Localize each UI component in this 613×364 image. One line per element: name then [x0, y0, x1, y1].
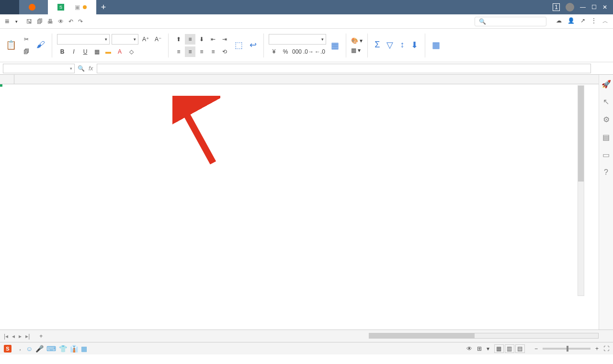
close-button[interactable]: ✕	[602, 4, 607, 11]
toolbox-icon[interactable]: ▭	[602, 150, 610, 159]
formula-input[interactable]	[97, 64, 591, 73]
undo-icon[interactable]: ↶	[68, 18, 73, 25]
clear-format-icon[interactable]: ◇	[126, 46, 136, 57]
grid-icon[interactable]: ⊞	[477, 345, 482, 352]
sheet-last-icon[interactable]: ▸|	[25, 333, 30, 340]
font-color-icon[interactable]: A	[114, 46, 125, 57]
indent-increase-icon[interactable]: ⇥	[219, 34, 230, 45]
window-count-badge[interactable]: 1	[553, 3, 560, 11]
copy-icon[interactable]: 🗐	[21, 46, 32, 57]
increase-decimal-icon[interactable]: .0→	[303, 46, 314, 57]
new-tab-button[interactable]: +	[96, 2, 111, 12]
merge-center-button[interactable]: ⬚	[233, 40, 245, 51]
align-bottom-icon[interactable]: ⬇	[196, 34, 207, 45]
file-menu[interactable]: ▾	[5, 17, 18, 26]
font-name-select[interactable]: ▾	[57, 34, 110, 45]
sheet-prev-icon[interactable]: ◂	[12, 333, 15, 340]
search-input[interactable]: 🔍	[475, 17, 546, 26]
template-icon[interactable]: ▤	[602, 133, 610, 142]
zoom-out-icon[interactable]: 🔍	[78, 65, 85, 72]
sort-button[interactable]: ↕	[398, 40, 406, 51]
zoom-out-button[interactable]: −	[534, 345, 538, 352]
ime-person-icon[interactable]: 👕	[59, 345, 67, 353]
zoom-slider[interactable]	[543, 348, 590, 350]
border-icon[interactable]: ▦	[91, 46, 102, 57]
print-icon[interactable]: 🖶	[47, 18, 53, 25]
italic-icon[interactable]: I	[68, 46, 79, 57]
align-left-icon[interactable]: ≡	[173, 46, 184, 57]
rocket-icon[interactable]: 🚀	[602, 80, 611, 89]
increase-font-icon[interactable]: A⁺	[140, 34, 151, 45]
tab-workbook[interactable]: S ▣	[48, 0, 96, 14]
cut-icon[interactable]: ✂	[21, 34, 32, 45]
add-sheet-button[interactable]: +	[35, 331, 46, 341]
sheet-next-icon[interactable]: ▸	[19, 333, 22, 340]
align-top-icon[interactable]: ⬆	[173, 34, 184, 45]
align-right-icon[interactable]: ≡	[196, 46, 207, 57]
sync-button[interactable]: ☁	[556, 17, 562, 25]
print-preview-icon[interactable]: 🗐	[37, 18, 43, 25]
share-button[interactable]: ↗	[580, 17, 585, 25]
ime-voice-icon[interactable]: 🎤	[35, 345, 44, 353]
number-format-select[interactable]: ▾	[269, 34, 326, 45]
horizontal-scrollbar[interactable]	[369, 333, 599, 339]
fx-icon[interactable]: fx	[89, 65, 93, 72]
align-justify-icon[interactable]: ≡	[208, 46, 218, 57]
cell-button[interactable]: ▦	[430, 40, 442, 51]
collab-button[interactable]: 👤	[568, 17, 575, 25]
wrap-text-button[interactable]: ↩	[248, 40, 259, 51]
percent-icon[interactable]: %	[280, 46, 291, 57]
indent-decrease-icon[interactable]: ⇤	[208, 34, 218, 45]
ime-tools-icon[interactable]: 👔	[70, 345, 78, 353]
view-break-icon[interactable]: ▤	[515, 344, 525, 353]
align-center-icon[interactable]: ≡	[185, 46, 195, 57]
paste-button[interactable]: 📋	[4, 40, 18, 51]
zoom-in-button[interactable]: +	[595, 345, 599, 352]
avatar[interactable]	[566, 3, 574, 11]
orientation-icon[interactable]: ⟲	[219, 46, 230, 57]
ime-emoji-icon[interactable]: ☺	[26, 345, 33, 353]
spreadsheet[interactable]	[0, 75, 599, 330]
chevron-icon[interactable]: ▾	[487, 345, 489, 352]
format-painter-button[interactable]: 🖌	[34, 40, 47, 51]
fill-button[interactable]: ⬇	[409, 40, 420, 51]
table-style-button[interactable]: ▦ ▾	[351, 47, 363, 54]
cell-style-button[interactable]: 🎨 ▾	[351, 37, 363, 44]
sum-button[interactable]: Σ	[373, 40, 382, 51]
fullscreen-icon[interactable]: ⛶	[603, 345, 609, 352]
comma-icon[interactable]: 000	[292, 46, 302, 57]
view-normal-icon[interactable]: ▦	[494, 344, 504, 353]
select-all-corner[interactable]	[0, 75, 14, 84]
fill-color-icon[interactable]: ▬	[103, 46, 114, 57]
tab-window-icon[interactable]: ▣	[75, 4, 80, 11]
ime-indicator[interactable]: S ， ☺ 🎤 ⌨ 👕 👔 ▦	[4, 344, 87, 353]
name-box[interactable]	[3, 64, 75, 73]
eye-icon[interactable]: 👁	[466, 345, 472, 352]
help-icon[interactable]: ?	[604, 168, 608, 177]
minimize-button[interactable]: —	[580, 4, 586, 11]
redo-icon[interactable]: ↷	[78, 18, 83, 25]
font-size-select[interactable]: ▾	[112, 34, 138, 45]
bold-icon[interactable]: B	[57, 46, 68, 57]
decrease-font-icon[interactable]: A⁻	[153, 34, 163, 45]
more-icon[interactable]: ⋮	[591, 17, 597, 25]
sheet-first-icon[interactable]: |◂	[4, 333, 8, 340]
tab-home[interactable]	[0, 0, 19, 14]
tab-docer[interactable]	[19, 0, 48, 14]
decrease-decimal-icon[interactable]: ←.0	[315, 46, 325, 57]
row-col-button[interactable]: ▦	[329, 40, 341, 51]
filter-button[interactable]: ▽	[385, 40, 395, 51]
view-page-icon[interactable]: ▥	[505, 344, 514, 353]
vertical-scrollbar[interactable]	[578, 85, 584, 296]
align-middle-icon[interactable]: ≡	[185, 34, 195, 45]
collapse-ribbon-icon[interactable]: ︿	[602, 17, 608, 25]
currency-icon[interactable]: ¥	[269, 46, 279, 57]
preview-icon[interactable]: 👁	[58, 18, 64, 25]
settings-icon[interactable]: ⚙	[603, 115, 610, 124]
ime-more-icon[interactable]: ▦	[81, 345, 87, 353]
ime-keyboard-icon[interactable]: ⌨	[46, 345, 56, 353]
pointer-icon[interactable]: ↖	[603, 97, 609, 106]
maximize-button[interactable]: ☐	[591, 4, 597, 11]
underline-icon[interactable]: U	[80, 46, 91, 57]
save-icon[interactable]: 🖫	[26, 18, 32, 25]
